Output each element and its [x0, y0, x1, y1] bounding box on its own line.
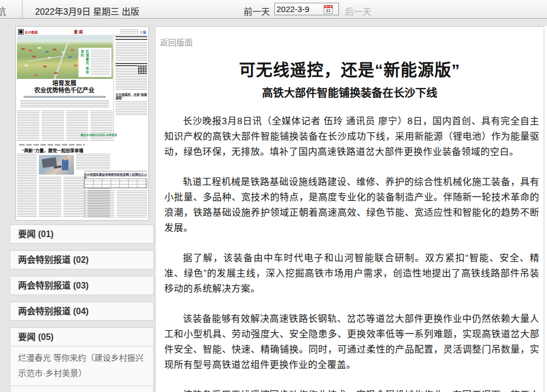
thumb-body-columns	[17, 111, 113, 141]
thumb-masthead: 长沙晚报	[25, 30, 38, 34]
thumb-section-label: 要闻	[74, 29, 84, 34]
article-paragraph-4: 该装备能够有效解决高速铁路长钢轨、岔芯等道岔大部件更换作业中仍然依赖大量人工和小…	[164, 312, 539, 373]
thumb-right-greek3	[116, 101, 147, 116]
calendar-icon-day: 31	[324, 8, 332, 13]
article-paragraph-2: 轨道工程机械是铁路基础设施线路建设、维修、养护的综合性机械化施工装备，具有小批量…	[164, 175, 539, 236]
article-link-2[interactable]: 培育发展农业优势特色千亿产业	[10, 385, 153, 392]
page-thumbnail[interactable]: 长沙晚报 要闻 5 版 烂漫春光 等你来约 培育发展 农业优势特色千亿产业	[15, 26, 149, 221]
article-body: 长沙晚报3月8日讯（全媒体记者 伍玲 通讯员 廖宁）8日，国内首创、具有完全自主…	[164, 114, 539, 392]
qr-code-icon	[137, 65, 147, 74]
thumb-worker-photo	[39, 155, 74, 175]
thumb-green-note: 建设乡村振兴示范市·乡村美景	[80, 132, 117, 136]
section-list: 要闻 (01) 两会特别报道 (02) 两会特别报道 (03) 两会特别报道 (…	[10, 224, 154, 392]
publish-date-label: 2022年3月9日 星期三 出版	[35, 4, 139, 18]
article-subtitle: 高铁大部件智能铺换装备在长沙下线	[156, 84, 544, 100]
thumb-green-banner: 烂漫春光 等你来约	[79, 48, 90, 77]
thumb-right-headline-greek	[116, 36, 147, 41]
article-paragraph-5: 该装备采用无线遥控同步动作作业技术，实现全程机械化作业，在同工况下，施工人员较行…	[164, 388, 539, 392]
thumb-right-greek1	[116, 42, 147, 61]
sidebar-item-lianghui-04[interactable]: 两会特别报道 (04)	[10, 302, 154, 321]
thumb-mid-rule	[19, 144, 85, 146]
thumb-headline-line1: 培育发展	[16, 80, 113, 87]
date-picker-field[interactable]: 31	[274, 3, 339, 15]
date-input[interactable]	[277, 4, 324, 14]
thumb-left-greek	[17, 154, 37, 217]
thumb-intro-greek	[20, 100, 109, 108]
calendar-icon[interactable]: 31	[324, 5, 333, 14]
prev-day-button[interactable]: 前一天	[244, 4, 270, 18]
top-bar: 航 2022年3月9日 星期三 出版 前一天 31 后一天	[0, 0, 547, 19]
sidebar-item-yaowen-01[interactable]: 要闻 (01)	[10, 224, 154, 244]
photo-person-face	[64, 157, 67, 160]
article-paragraph-3: 据了解，该装备由中车时代电子和山河智能联合研制。双方紧扣“智能、安全、精准、绿色…	[164, 251, 539, 297]
thumb-photo-inset-box: 烂漫春光 等你来约	[78, 48, 112, 77]
sidebar-item-yaowen-05[interactable]: 要闻 (05)	[10, 327, 154, 347]
article-link-1[interactable]: 烂漫春光 等你来约（建设乡村振兴示范市·乡村美景）	[10, 347, 153, 385]
sidebar-item-lianghui-02[interactable]: 两会特别报道 (02)	[10, 250, 154, 269]
article-title: 可无线遥控，还是“新能源版”	[156, 56, 544, 80]
thumb-notice-table	[84, 178, 147, 188]
photo-road2	[27, 55, 65, 62]
photo-machine	[42, 157, 57, 168]
thumb-headline-line2: 农业优势特色千亿产业	[16, 87, 113, 94]
thumb-notice-greek	[84, 191, 147, 218]
thumb-subhead-greek	[24, 96, 106, 98]
thumb-inset-greek	[91, 50, 110, 75]
thumb-page-header: 长沙晚报 要闻 5 版	[18, 28, 146, 36]
article-panel: 返回版面 可无线遥控，还是“新能源版” 高铁大部件智能铺换装备在长沙下线 长沙晚…	[155, 26, 544, 392]
thumb-page-number: 5 版	[140, 30, 146, 34]
thumb-right-of-photo-greek	[76, 154, 110, 170]
nav-link-partial[interactable]: 航	[0, 4, 6, 18]
photo-person	[62, 159, 68, 170]
back-to-page-link[interactable]: 返回版面	[160, 36, 193, 48]
thumb-main-headline: 培育发展 农业优势特色千亿产业	[16, 80, 113, 94]
epaper-screen: 航 2022年3月9日 星期三 出版 前一天 31 后一天 长沙晚报 要闻 5 …	[0, 0, 547, 392]
thumb-mid-headline: “两新”力量，跟党一起创享幸福	[17, 147, 88, 153]
thumb-column-divider	[113, 36, 114, 142]
thumb-right-bottom-headline: 可无线遥控，还是“新能源版”	[116, 93, 147, 100]
topbar-divider	[22, 0, 22, 18]
photo-roofs	[21, 48, 25, 50]
newspaper-logo-icon	[18, 29, 24, 34]
article-list: 烂漫春光 等你来约（建设乡村振兴示范市·乡村美景） 培育发展农业优势特色千亿产业	[10, 347, 154, 392]
sidebar-item-lianghui-03[interactable]: 两会特别报道 (03)	[10, 276, 154, 295]
thumb-notice-rule	[84, 171, 147, 171]
photo-road	[52, 42, 68, 79]
thumb-right-column: 可无线遥控，还是“新能源版”	[116, 36, 147, 116]
thumb-meta-greek	[120, 30, 139, 34]
next-day-button[interactable]: 后一天	[345, 4, 371, 18]
article-paragraph-1: 长沙晚报3月8日讯（全媒体记者 伍玲 通讯员 廖宁）8日，国内首创、具有完全自主…	[164, 114, 539, 160]
